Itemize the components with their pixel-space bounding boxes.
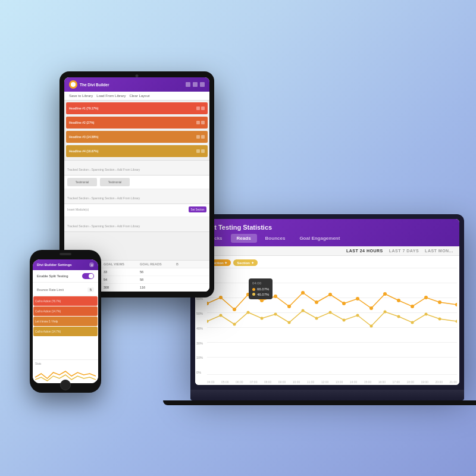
tooltip-time: 04:00 — [252, 281, 269, 286]
svg-point-30 — [356, 314, 359, 317]
col-b: B — [176, 262, 206, 266]
svg-point-5 — [274, 295, 277, 298]
scene: Split Testing Statistics Clicks Reads Bo… — [12, 36, 464, 440]
svg-point-35 — [425, 313, 428, 316]
tooltip-row-1: 66.07% — [252, 287, 269, 292]
phone-title: Divi Builder Settings — [37, 263, 72, 267]
phone-builder: Call to Action (76.7%) Call to Action (1… — [33, 296, 98, 359]
svg-point-15 — [411, 305, 414, 308]
laptop-screen: Split Testing Statistics Clicks Reads Bo… — [195, 219, 459, 385]
svg-point-14 — [397, 299, 400, 302]
settings-icon-2[interactable] — [201, 121, 205, 124]
tablet-icon-1[interactable] — [186, 82, 190, 87]
edit-icon-2[interactable] — [196, 121, 200, 124]
svg-point-1 — [219, 296, 223, 299]
split-testing-label: Enable Split Testing — [37, 274, 68, 278]
phone-outer: Divi Builder Settings ✕ Enable Split Tes… — [30, 250, 101, 393]
laptop-content: Split Testing Statistics Clicks Reads Bo… — [195, 219, 459, 385]
bounce-rate-value[interactable]: 5 — [87, 287, 94, 292]
svg-point-21 — [233, 323, 236, 326]
chart-tooltip: 04:00 66.07% 46.07% — [249, 278, 273, 299]
time-filter-month[interactable]: LAST MON... — [425, 249, 453, 253]
svg-point-28 — [329, 311, 332, 314]
tablet-icons — [186, 82, 205, 87]
laptop-header: Split Testing Statistics Clicks Reads Bo… — [195, 219, 459, 246]
tablet-brand: The Divi Builder — [69, 80, 109, 89]
split-testing-toggle-row: Enable Split Testing — [37, 273, 94, 279]
svg-point-27 — [315, 317, 318, 320]
time-filter-24h[interactable]: LAST 24 HOURS — [346, 249, 383, 253]
tooltip-dot-1 — [252, 288, 255, 291]
section-b-label[interactable]: Section ✦ — [233, 259, 257, 266]
svg-point-33 — [397, 315, 400, 318]
toggle-knob — [89, 274, 93, 278]
time-filter-7d[interactable]: LAST 7 DAYS — [389, 249, 419, 253]
builder-row-4: Headline #4 (16.67%) — [65, 145, 208, 158]
tooltip-row-2: 46.07% — [252, 292, 269, 297]
phone-home-button[interactable] — [60, 380, 71, 390]
svg-point-0 — [207, 302, 209, 305]
tab-goal-engagement[interactable]: Goal Engagement — [293, 234, 346, 243]
col-goal-views: GOAL VIEWS — [104, 262, 134, 266]
menu-save[interactable]: Save to Library — [69, 94, 93, 98]
phone-builder-row-4: Call to Action (14.7%) — [33, 327, 98, 336]
svg-point-20 — [220, 314, 223, 317]
builder-section-3: Headline #3 (14.58%) — [66, 131, 208, 143]
tab-reads[interactable]: Reads — [231, 234, 257, 243]
builder-section-4: Headline #4 (16.67%) — [66, 145, 208, 157]
phone-content: Divi Builder Settings ✕ Enable Split Tes… — [33, 259, 98, 383]
menu-load[interactable]: Load From Library — [96, 94, 126, 98]
svg-point-26 — [302, 309, 305, 312]
svg-point-34 — [411, 321, 414, 324]
svg-point-22 — [247, 311, 250, 314]
svg-point-6 — [287, 305, 291, 308]
settings-icon-1[interactable] — [201, 107, 205, 110]
phone-close-button[interactable]: ✕ — [89, 262, 94, 267]
phone-mini-chart-title: Stats — [35, 362, 96, 365]
section-icons-4 — [196, 149, 205, 153]
tablet-top-bar: The Divi Builder — [64, 77, 209, 92]
phone-header: Divi Builder Settings ✕ — [33, 259, 98, 270]
settings-icon-3[interactable] — [201, 135, 205, 139]
y-label-60: 60% — [196, 297, 203, 300]
y-label-0: 0% — [196, 371, 203, 374]
svg-point-16 — [424, 296, 428, 299]
svg-point-9 — [328, 293, 332, 296]
menu-clear[interactable]: Clear Layout — [129, 94, 149, 98]
split-testing-toggle[interactable] — [82, 273, 94, 279]
tab-bounces[interactable]: Bounces — [259, 234, 292, 243]
phone-section-1: Call to Action (76.7%) — [33, 296, 98, 306]
tooltip-dot-2 — [252, 293, 255, 296]
svg-point-17 — [438, 300, 441, 304]
bounce-rate-row: Bounce Rate Limit 5 — [37, 287, 94, 292]
edit-icon-1[interactable] — [196, 107, 200, 110]
col-goal-reads: GOAL READS — [140, 262, 170, 266]
svg-point-10 — [342, 302, 346, 305]
svg-point-2 — [233, 308, 236, 311]
settings-icon-4[interactable] — [201, 149, 205, 153]
svg-point-31 — [370, 325, 373, 328]
svg-point-11 — [356, 297, 359, 300]
tablet-icon-2[interactable] — [193, 82, 198, 87]
tablet-icon-3[interactable] — [200, 82, 205, 87]
laptop-foot — [163, 400, 476, 405]
phone-section-3: Let it know 2 / Help — [33, 317, 98, 326]
phone-builder-row-2: Call to Action (14.7%) — [33, 306, 98, 316]
x-axis: 04:00 05:00 06:00 07:00 08:00 09:00 10:0… — [207, 380, 457, 384]
tooltip-value-1: 66.07% — [257, 287, 269, 292]
svg-point-25 — [288, 321, 291, 324]
edit-icon-4[interactable] — [196, 149, 200, 153]
tablet-camera — [136, 74, 139, 77]
bounce-rate-label: Bounce Rate Limit — [37, 288, 64, 292]
builder-section-1: Headline #1 (79.17%) — [66, 102, 208, 114]
svg-point-13 — [383, 292, 387, 296]
chart-labels: Section ✦ Section ✦ — [207, 259, 455, 266]
svg-point-18 — [455, 303, 457, 306]
svg-point-8 — [315, 300, 318, 304]
section-icons-1 — [196, 107, 205, 110]
edit-icon-3[interactable] — [196, 135, 200, 139]
phone-builder-row-1: Call to Action (76.7%) — [33, 296, 98, 306]
tooltip-value-2: 46.07% — [257, 292, 269, 297]
svg-point-23 — [261, 317, 264, 320]
laptop-tabs: Clicks Reads Bounces Goal Engagement — [202, 234, 452, 243]
